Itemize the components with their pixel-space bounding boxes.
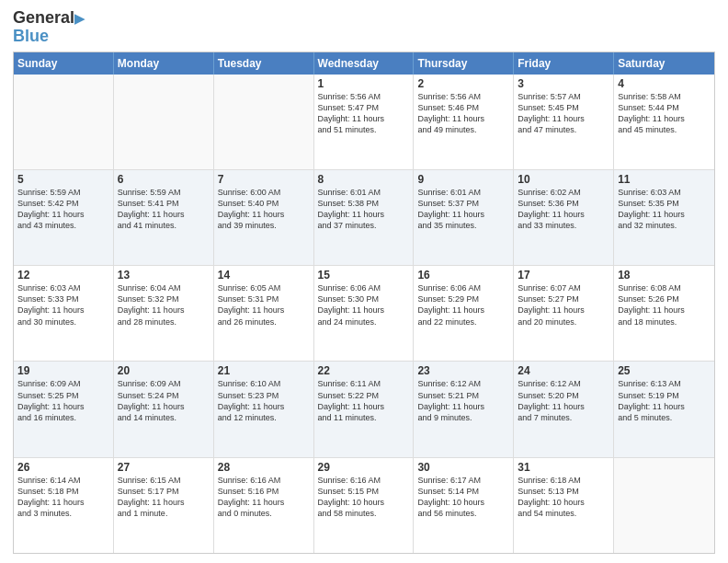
calendar-cell-w4-d2: 28Sunrise: 6:16 AM Sunset: 5:16 PM Dayli… <box>214 458 314 553</box>
calendar-cell-w1-d1: 6Sunrise: 5:59 AM Sunset: 5:41 PM Daylig… <box>114 170 214 265</box>
calendar-cell-w1-d0: 5Sunrise: 5:59 AM Sunset: 5:42 PM Daylig… <box>14 170 114 265</box>
day-number: 2 <box>417 77 509 90</box>
day-info: Sunrise: 6:01 AM Sunset: 5:38 PM Dayligh… <box>318 187 410 232</box>
calendar-cell-w4-d1: 27Sunrise: 6:15 AM Sunset: 5:17 PM Dayli… <box>114 458 214 553</box>
calendar-cell-w4-d6 <box>614 458 714 553</box>
calendar-row-2: 12Sunrise: 6:03 AM Sunset: 5:33 PM Dayli… <box>14 266 714 362</box>
calendar-cell-w1-d2: 7Sunrise: 6:00 AM Sunset: 5:40 PM Daylig… <box>214 170 314 265</box>
day-number: 16 <box>417 269 509 282</box>
logo-general: General <box>13 8 74 27</box>
day-info: Sunrise: 6:17 AM Sunset: 5:14 PM Dayligh… <box>417 475 509 520</box>
day-info: Sunrise: 6:03 AM Sunset: 5:33 PM Dayligh… <box>17 282 109 327</box>
day-number: 26 <box>17 461 109 474</box>
calendar-cell-w2-d1: 13Sunrise: 6:04 AM Sunset: 5:32 PM Dayli… <box>114 266 214 361</box>
day-number: 3 <box>518 77 609 90</box>
day-number: 17 <box>518 269 609 282</box>
day-info: Sunrise: 5:59 AM Sunset: 5:42 PM Dayligh… <box>17 187 109 232</box>
day-number: 6 <box>118 173 210 186</box>
day-number: 4 <box>618 77 711 90</box>
day-info: Sunrise: 5:59 AM Sunset: 5:41 PM Dayligh… <box>118 187 210 232</box>
calendar-cell-w4-d0: 26Sunrise: 6:14 AM Sunset: 5:18 PM Dayli… <box>14 458 114 553</box>
calendar-row-3: 19Sunrise: 6:09 AM Sunset: 5:25 PM Dayli… <box>14 362 714 457</box>
logo: General▶ Blue <box>13 9 85 46</box>
page: General▶ Blue SundayMondayTuesdayWednesd… <box>0 0 728 563</box>
day-number: 20 <box>118 364 210 377</box>
day-info: Sunrise: 6:18 AM Sunset: 5:13 PM Dayligh… <box>518 475 609 520</box>
day-number: 25 <box>618 364 711 377</box>
day-info: Sunrise: 6:04 AM Sunset: 5:32 PM Dayligh… <box>118 282 210 327</box>
day-info: Sunrise: 6:06 AM Sunset: 5:29 PM Dayligh… <box>417 282 509 327</box>
calendar-cell-w2-d0: 12Sunrise: 6:03 AM Sunset: 5:33 PM Dayli… <box>14 266 114 361</box>
day-info: Sunrise: 6:08 AM Sunset: 5:26 PM Dayligh… <box>618 282 711 327</box>
day-header-thursday: Thursday <box>414 52 514 75</box>
calendar: SundayMondayTuesdayWednesdayThursdayFrid… <box>13 52 715 554</box>
day-info: Sunrise: 6:16 AM Sunset: 5:16 PM Dayligh… <box>218 475 310 520</box>
calendar-cell-w3-d0: 19Sunrise: 6:09 AM Sunset: 5:25 PM Dayli… <box>14 362 114 456</box>
calendar-cell-w4-d4: 30Sunrise: 6:17 AM Sunset: 5:14 PM Dayli… <box>414 458 514 553</box>
day-info: Sunrise: 6:03 AM Sunset: 5:35 PM Dayligh… <box>618 187 711 232</box>
day-header-tuesday: Tuesday <box>214 52 314 75</box>
calendar-row-4: 26Sunrise: 6:14 AM Sunset: 5:18 PM Dayli… <box>14 458 714 553</box>
calendar-cell-w2-d2: 14Sunrise: 6:05 AM Sunset: 5:31 PM Dayli… <box>214 266 314 361</box>
calendar-cell-w0-d1 <box>114 75 214 169</box>
day-number: 8 <box>318 173 410 186</box>
day-info: Sunrise: 6:15 AM Sunset: 5:17 PM Dayligh… <box>118 475 210 520</box>
calendar-cell-w2-d5: 17Sunrise: 6:07 AM Sunset: 5:27 PM Dayli… <box>514 266 614 361</box>
day-info: Sunrise: 6:13 AM Sunset: 5:19 PM Dayligh… <box>618 378 711 423</box>
day-number: 11 <box>618 173 711 186</box>
day-info: Sunrise: 6:16 AM Sunset: 5:15 PM Dayligh… <box>318 475 410 520</box>
calendar-cell-w0-d4: 2Sunrise: 5:56 AM Sunset: 5:46 PM Daylig… <box>414 75 514 169</box>
calendar-cell-w2-d4: 16Sunrise: 6:06 AM Sunset: 5:29 PM Dayli… <box>414 266 514 361</box>
calendar-cell-w1-d4: 9Sunrise: 6:01 AM Sunset: 5:37 PM Daylig… <box>414 170 514 265</box>
day-number: 14 <box>218 269 310 282</box>
day-header-saturday: Saturday <box>614 52 714 75</box>
day-info: Sunrise: 6:05 AM Sunset: 5:31 PM Dayligh… <box>218 282 310 327</box>
day-info: Sunrise: 6:12 AM Sunset: 5:20 PM Dayligh… <box>518 378 609 423</box>
day-number: 30 <box>417 461 509 474</box>
day-number: 7 <box>218 173 310 186</box>
day-info: Sunrise: 6:14 AM Sunset: 5:18 PM Dayligh… <box>17 475 109 520</box>
day-header-monday: Monday <box>114 52 214 75</box>
day-info: Sunrise: 6:12 AM Sunset: 5:21 PM Dayligh… <box>417 378 509 423</box>
day-info: Sunrise: 6:06 AM Sunset: 5:30 PM Dayligh… <box>318 282 410 327</box>
calendar-cell-w4-d5: 31Sunrise: 6:18 AM Sunset: 5:13 PM Dayli… <box>514 458 614 553</box>
day-number: 19 <box>17 364 109 377</box>
calendar-cell-w1-d5: 10Sunrise: 6:02 AM Sunset: 5:36 PM Dayli… <box>514 170 614 265</box>
day-info: Sunrise: 6:10 AM Sunset: 5:23 PM Dayligh… <box>218 378 310 423</box>
calendar-header: SundayMondayTuesdayWednesdayThursdayFrid… <box>14 52 714 75</box>
calendar-cell-w0-d3: 1Sunrise: 5:56 AM Sunset: 5:47 PM Daylig… <box>314 75 415 169</box>
day-info: Sunrise: 6:00 AM Sunset: 5:40 PM Dayligh… <box>218 187 310 232</box>
calendar-cell-w3-d4: 23Sunrise: 6:12 AM Sunset: 5:21 PM Dayli… <box>414 362 514 456</box>
day-info: Sunrise: 5:56 AM Sunset: 5:47 PM Dayligh… <box>318 91 410 136</box>
calendar-cell-w2-d3: 15Sunrise: 6:06 AM Sunset: 5:30 PM Dayli… <box>314 266 415 361</box>
day-info: Sunrise: 6:01 AM Sunset: 5:37 PM Dayligh… <box>417 187 509 232</box>
calendar-cell-w1-d6: 11Sunrise: 6:03 AM Sunset: 5:35 PM Dayli… <box>614 170 714 265</box>
calendar-cell-w1-d3: 8Sunrise: 6:01 AM Sunset: 5:38 PM Daylig… <box>314 170 415 265</box>
day-info: Sunrise: 6:11 AM Sunset: 5:22 PM Dayligh… <box>318 378 410 423</box>
day-number: 28 <box>218 461 310 474</box>
day-number: 12 <box>17 269 109 282</box>
day-number: 5 <box>17 173 109 186</box>
calendar-cell-w0-d2 <box>214 75 314 169</box>
day-info: Sunrise: 5:58 AM Sunset: 5:44 PM Dayligh… <box>618 91 711 136</box>
calendar-cell-w4-d3: 29Sunrise: 6:16 AM Sunset: 5:15 PM Dayli… <box>314 458 415 553</box>
day-info: Sunrise: 6:09 AM Sunset: 5:24 PM Dayligh… <box>118 378 210 423</box>
calendar-cell-w3-d3: 22Sunrise: 6:11 AM Sunset: 5:22 PM Dayli… <box>314 362 415 456</box>
header: General▶ Blue <box>13 9 715 46</box>
calendar-row-0: 1Sunrise: 5:56 AM Sunset: 5:47 PM Daylig… <box>14 75 714 170</box>
day-info: Sunrise: 6:09 AM Sunset: 5:25 PM Dayligh… <box>17 378 109 423</box>
calendar-cell-w0-d5: 3Sunrise: 5:57 AM Sunset: 5:45 PM Daylig… <box>514 75 614 169</box>
day-number: 15 <box>318 269 410 282</box>
calendar-row-1: 5Sunrise: 5:59 AM Sunset: 5:42 PM Daylig… <box>14 170 714 266</box>
day-number: 21 <box>218 364 310 377</box>
calendar-cell-w0-d6: 4Sunrise: 5:58 AM Sunset: 5:44 PM Daylig… <box>614 75 714 169</box>
day-info: Sunrise: 6:02 AM Sunset: 5:36 PM Dayligh… <box>518 187 609 232</box>
calendar-cell-w2-d6: 18Sunrise: 6:08 AM Sunset: 5:26 PM Dayli… <box>614 266 714 361</box>
day-info: Sunrise: 5:57 AM Sunset: 5:45 PM Dayligh… <box>518 91 609 136</box>
calendar-cell-w3-d5: 24Sunrise: 6:12 AM Sunset: 5:20 PM Dayli… <box>514 362 614 456</box>
day-number: 29 <box>318 461 410 474</box>
logo-arrow: ▶ <box>74 11 85 26</box>
day-header-sunday: Sunday <box>14 52 114 75</box>
day-header-wednesday: Wednesday <box>314 52 415 75</box>
day-number: 10 <box>518 173 609 186</box>
